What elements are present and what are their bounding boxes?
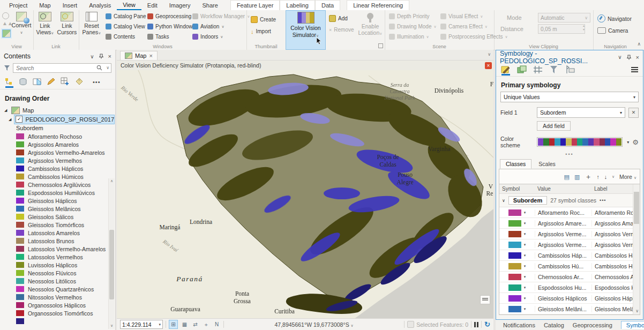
class-label[interactable]: Chernossolos Ar...	[591, 274, 633, 280]
search-history-chevron-icon[interactable]: ∨	[106, 65, 109, 70]
legend-item[interactable]	[16, 317, 115, 325]
scroll-down-icon[interactable]: ∨	[635, 309, 639, 313]
layer-row-selected[interactable]: ✓ PEDOLOGICO_SP_ROSSI_2017	[14, 115, 115, 124]
more-menu-button[interactable]: More ∨	[619, 174, 636, 180]
legend-item[interactable]: Gleissolos Háplicos	[16, 197, 115, 205]
vary-symbology-icon[interactable]	[517, 65, 527, 74]
swatch-chevron-icon[interactable]: ▾	[524, 286, 526, 290]
layer-checkbox[interactable]: ✓	[16, 116, 23, 123]
column-header-value[interactable]: Value	[535, 184, 591, 193]
class-value[interactable]: Argissolos Amare...	[535, 220, 591, 227]
distance-input[interactable]: 0,05 m	[538, 24, 585, 34]
legend-item[interactable]: Luvissolos Háplicos	[16, 261, 115, 269]
snapping-toggle-icon[interactable]: ⊞	[169, 320, 178, 329]
expander-icon[interactable]: ◢	[4, 108, 9, 112]
swatch-chevron-icon[interactable]: ▾	[524, 296, 526, 301]
collapse-ribbon-icon[interactable]: ∧	[637, 41, 641, 47]
legend-item[interactable]: Gleissolos Tiomórficos	[16, 221, 115, 229]
convert-button[interactable]: Convert ∨	[11, 12, 32, 35]
windows-menu-button[interactable]: Workflow Manager∨	[192, 11, 250, 21]
class-value[interactable]: Cambissolos Háp...	[535, 252, 591, 259]
ribbon-tab[interactable]: Edit	[141, 0, 163, 10]
pause-drawing-icon[interactable]	[474, 322, 478, 327]
primary-symbology-icon[interactable]	[501, 65, 511, 74]
add-animation-button[interactable]: Add	[329, 13, 348, 24]
class-label[interactable]: Cambissolos Háp...	[591, 252, 633, 259]
enable-location-button[interactable]: Enable Location∨	[358, 12, 383, 36]
north-arrow-icon[interactable]: N	[213, 320, 221, 328]
ribbon-tab[interactable]: Labeling	[280, 0, 315, 10]
class-swatch[interactable]	[508, 284, 521, 291]
legend-item[interactable]: Latossolos Vermelho-Amarelos	[16, 245, 115, 253]
class-value[interactable]: Gleissolos Melâni...	[535, 306, 591, 312]
symbol-class-row[interactable]: ▾ Cambissolos Háp... Cambissolos Háp...	[499, 250, 640, 261]
tab-scales[interactable]: Scales	[533, 159, 561, 169]
legend-item[interactable]: Latossolos Vermelhos	[16, 253, 115, 261]
collapse-handle-icon[interactable]: •••	[496, 148, 643, 158]
remove-field-button[interactable]: ✕	[628, 108, 639, 118]
symbol-class-row[interactable]: ▾ Espodossolos Hu... Espodossolos Hu...	[499, 282, 640, 293]
pin-icon[interactable]	[99, 54, 103, 59]
close-pane-icon[interactable]: ×	[636, 54, 639, 61]
add-values-icon[interactable]: ▥	[574, 174, 580, 181]
ribbon-tab[interactable]: Share	[197, 0, 224, 10]
color-scheme-select[interactable]	[537, 137, 623, 147]
close-tab-icon[interactable]: ×	[149, 52, 152, 59]
ribbon-tab[interactable]: Analysis	[83, 0, 117, 10]
legend-item[interactable]: Organossolos Tiomórficos	[16, 309, 115, 317]
legend-item[interactable]: Neossolos Litólicos	[16, 277, 115, 285]
color-vision-simulator-button[interactable]: Color Vision Simulator∨	[286, 10, 326, 50]
ribbon-tab[interactable]: Map	[33, 0, 56, 10]
scrollbar-thumb[interactable]	[109, 230, 114, 299]
symbol-class-row[interactable]: ▾ Argissolos Verme... Argissolos Verme..…	[499, 229, 640, 239]
legend-item[interactable]: Argissolos Vermelhos	[16, 156, 115, 164]
list-by-editing-icon[interactable]	[47, 77, 56, 86]
clock-icon[interactable]	[2, 12, 9, 19]
legend-item[interactable]: Cambissolos Húmicos	[16, 172, 115, 181]
scroll-up-icon[interactable]: ∧	[109, 179, 115, 183]
class-swatch[interactable]	[508, 220, 521, 227]
class-value[interactable]: Argissolos Verme...	[535, 231, 591, 237]
legend-item[interactable]: Gleissolos Sálicos	[16, 213, 115, 221]
crosshair-icon[interactable]: ＋	[202, 320, 210, 328]
labels-flag-icon[interactable]	[565, 65, 575, 74]
expander-icon[interactable]: ◢	[9, 117, 11, 122]
list-by-selection-icon[interactable]	[33, 77, 42, 86]
class-swatch[interactable]	[508, 231, 521, 237]
legend-item[interactable]: Neossolos Flúvicos	[16, 269, 115, 277]
swatch-chevron-icon[interactable]: ▾	[524, 211, 526, 215]
show-all-table-icon[interactable]: ▤	[564, 174, 570, 181]
class-value[interactable]: Gleissolos Háplicos	[535, 295, 591, 302]
symbol-class-row[interactable]: ▾ Gleissolos Háplicos Gleissolos Háplico…	[499, 293, 640, 304]
create-thumbnail-button[interactable]: Create	[251, 14, 276, 25]
map-view-icon[interactable]	[2, 29, 11, 38]
class-label[interactable]: Afloramento Roc...	[591, 209, 633, 216]
ribbon-tab[interactable]: Linear Referencing	[347, 0, 409, 10]
list-by-snapping-icon[interactable]	[61, 77, 70, 86]
symbol-class-row[interactable]: ▾ Argissolos Amare... Argissolos Amare..…	[499, 218, 640, 229]
legend-item[interactable]: Latossolos Amarelos	[16, 229, 115, 237]
column-header-symbol[interactable]: Symbol	[499, 184, 535, 193]
windows-menu-button[interactable]: Indoors∨	[192, 32, 250, 42]
group-more-icon[interactable]: •••	[600, 198, 606, 203]
legend-item[interactable]: Organossolos Háplicos	[16, 301, 115, 309]
swatch-chevron-icon[interactable]: ▾	[524, 253, 526, 258]
pane-tab[interactable]: Symbology	[621, 321, 644, 329]
map-tree-node[interactable]: ◢ Map	[0, 106, 115, 115]
pin-icon[interactable]	[627, 55, 631, 60]
swatch-chevron-icon[interactable]: ▾	[524, 243, 526, 247]
ribbon-tab[interactable]: Project	[3, 0, 33, 10]
ribbon-tab[interactable]: Imagery	[163, 0, 197, 10]
scale-filter-icon[interactable]	[549, 65, 559, 74]
move-down-icon[interactable]: ↓	[604, 174, 607, 180]
windows-menu-button[interactable]: Geoprocessing	[147, 11, 192, 21]
map-view-tab[interactable]: Map ×	[120, 51, 158, 60]
move-up-icon[interactable]: ↑	[596, 174, 599, 180]
symbol-class-row[interactable]: ▾ Cambissolos Hú... Cambissolos Hú...	[499, 261, 640, 272]
legend-item[interactable]: Chernossolos Argilúvicos	[16, 181, 115, 189]
ribbon-tab[interactable]: Insert	[57, 0, 84, 10]
menu-icon[interactable]	[631, 67, 638, 72]
windows-menu-button[interactable]: Catalog View	[106, 21, 146, 32]
import-thumbnail-button[interactable]: ↓ Import	[251, 26, 271, 36]
legend-item[interactable]: Neossolos Quartzarênicos	[16, 285, 115, 293]
